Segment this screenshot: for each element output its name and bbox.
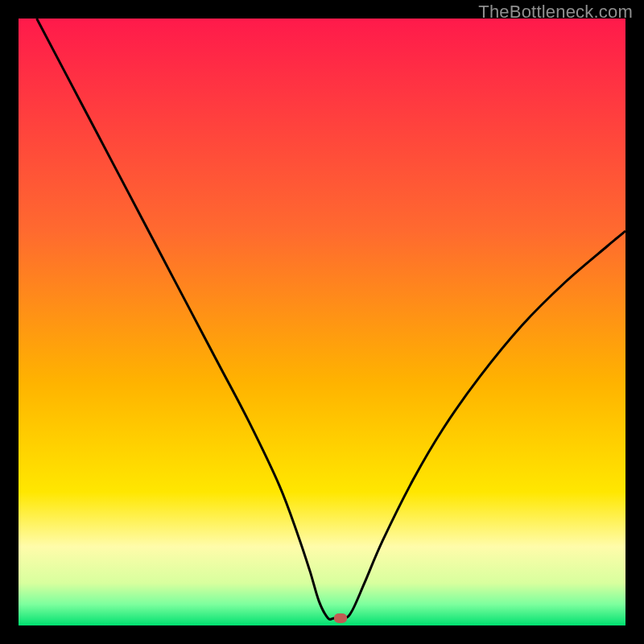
watermark-label: TheBottleneck.com	[478, 2, 633, 23]
plot-area	[19, 19, 625, 625]
bottleneck-curve-path	[37, 19, 625, 620]
outer-frame: TheBottleneck.com	[0, 0, 644, 644]
bottleneck-curve	[19, 19, 625, 625]
optimum-marker	[334, 613, 347, 623]
